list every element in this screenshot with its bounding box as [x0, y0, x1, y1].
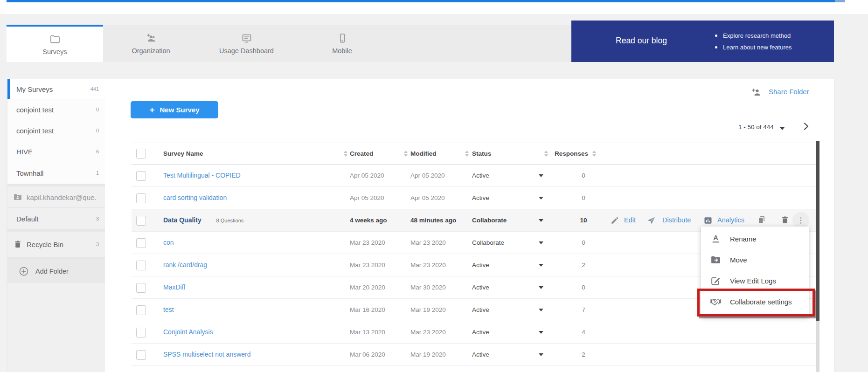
- status-dropdown-caret[interactable]: [539, 331, 543, 334]
- responses-cell: 2: [569, 344, 597, 365]
- promo-bullet-list: Explore research methodLearn about new f…: [715, 30, 792, 53]
- column-modified[interactable]: Modified: [410, 143, 437, 164]
- status-cell: Active: [472, 254, 489, 276]
- plus-icon: +: [149, 105, 154, 114]
- sidebar-item-default[interactable]: Default 3: [7, 208, 105, 229]
- pagination-dropdown-caret[interactable]: [780, 127, 785, 130]
- folder-label: Recycle Bin: [27, 241, 63, 248]
- survey-name-link[interactable]: Conjoint Analysis: [163, 321, 213, 343]
- survey-name-link[interactable]: test: [163, 299, 174, 321]
- add-folder-button[interactable]: Add Folder: [7, 260, 105, 283]
- distribute-plane-icon[interactable]: [646, 216, 656, 225]
- edit-pencil-icon[interactable]: [610, 216, 619, 225]
- tab-label: Usage Dashboard: [219, 47, 274, 55]
- tab-label: Surveys: [42, 48, 67, 55]
- status-dropdown-caret[interactable]: [539, 197, 543, 200]
- table-row[interactable]: Test Multilingual - COPIED Apr 05 2020 A…: [132, 165, 816, 187]
- scrollbar-thumb[interactable]: [816, 141, 819, 321]
- status-dropdown-caret[interactable]: [539, 241, 543, 244]
- sort-icon[interactable]: [465, 151, 470, 157]
- promo-title[interactable]: Read our blog: [571, 36, 711, 46]
- table-header: Survey Name Created Modified Status Resp…: [132, 143, 816, 165]
- responses-cell: 0: [569, 165, 597, 186]
- blog-promo-banner[interactable]: Read our blog Explore research methodLea…: [571, 21, 834, 62]
- analytics-chart-icon[interactable]: [703, 216, 713, 225]
- created-cell: Mar 13 2020: [350, 321, 385, 343]
- status-dropdown-caret[interactable]: [539, 264, 543, 267]
- created-cell: Apr 05 2020: [350, 187, 384, 209]
- table-row[interactable]: Conjoint Analysis Mar 13 2020 Mar 23 202…: [132, 321, 816, 344]
- column-responses[interactable]: Responses: [555, 143, 588, 164]
- sidebar-item-conjoint-test[interactable]: conjoint test 0: [7, 99, 105, 120]
- edit-button[interactable]: Edit: [624, 209, 636, 231]
- column-survey-name[interactable]: Survey Name: [163, 143, 203, 164]
- folder-count: 441: [90, 86, 99, 92]
- duplicate-icon[interactable]: [757, 215, 767, 225]
- modified-cell: Mar 19 2020: [410, 344, 446, 365]
- new-survey-button[interactable]: + New Survey: [131, 101, 218, 118]
- menu-item-label: Collaborate settings: [730, 291, 792, 312]
- folder-label: HIVE: [16, 148, 33, 156]
- column-status[interactable]: Status: [472, 143, 491, 164]
- sort-icon[interactable]: [404, 151, 409, 157]
- new-survey-label: New Survey: [160, 106, 200, 114]
- survey-name-link[interactable]: Test Multilingual - COPIED: [163, 165, 241, 186]
- sidebar-item-recycle-bin[interactable]: Recycle Bin 3: [7, 232, 105, 257]
- promo-bullet: Learn about new features: [715, 41, 792, 53]
- survey-name-link[interactable]: MaxDiff: [163, 276, 185, 298]
- row-checkbox[interactable]: [136, 305, 146, 315]
- status-dropdown-caret[interactable]: [539, 286, 543, 289]
- select-all-checkbox[interactable]: [136, 149, 146, 158]
- share-folder-label: Share Folder: [769, 88, 809, 96]
- surveys-dashboard-page: Surveys Organization Usage Dashboard Mob…: [0, 0, 868, 372]
- row-checkbox[interactable]: [136, 350, 146, 360]
- table-row[interactable]: card sorting validation Apr 05 2020 Apr …: [132, 187, 816, 209]
- modified-cell: Mar 23 2020: [410, 321, 446, 343]
- distribute-button[interactable]: Distribute: [662, 209, 691, 231]
- row-checkbox[interactable]: [136, 261, 146, 270]
- mobile-icon: [337, 33, 348, 44]
- sidebar-item-townhall[interactable]: Townhall 1: [7, 162, 105, 184]
- sidebar-item-hive[interactable]: HIVE 6: [7, 141, 105, 162]
- menu-item-collaborate-settings[interactable]: Collaborate settings: [701, 291, 809, 312]
- column-created[interactable]: Created: [350, 143, 373, 164]
- tab-mobile[interactable]: Mobile: [294, 25, 390, 62]
- responses-cell: 4: [569, 321, 597, 343]
- sidebar-item-conjoint-test[interactable]: conjoint test 0: [7, 120, 105, 141]
- survey-name-link[interactable]: SPSS multiselect not answerd: [163, 344, 251, 365]
- status-dropdown-caret[interactable]: [539, 174, 543, 177]
- row-checkbox[interactable]: [136, 328, 146, 338]
- created-cell: Mar 06 2020: [350, 344, 385, 365]
- modified-cell: Mar 30 2020: [410, 276, 446, 298]
- tab-label: Mobile: [332, 47, 352, 55]
- sidebar-item-my-surveys[interactable]: My Surveys 441: [7, 79, 105, 99]
- group-add-icon: [146, 33, 157, 44]
- delete-trash-icon[interactable]: [780, 215, 790, 225]
- row-checkbox[interactable]: [136, 238, 146, 248]
- survey-name-link[interactable]: con: [163, 232, 174, 254]
- status-cell: Active: [472, 321, 489, 343]
- sidebar-item-kapil-khandekar-que[interactable]: kapil.khandekar@que...: [7, 186, 105, 208]
- table-scrollbar[interactable]: [816, 141, 819, 372]
- created-cell: Mar 23 2020: [350, 232, 385, 254]
- tab-organization[interactable]: Organization: [103, 25, 199, 62]
- menu-item-rename[interactable]: A Rename: [701, 228, 809, 249]
- responses-cell: 0: [569, 187, 597, 209]
- menu-item-move[interactable]: Move: [701, 249, 809, 270]
- sort-icon[interactable]: [344, 151, 348, 157]
- table-row[interactable]: SPSS multiselect not answerd Mar 06 2020…: [132, 344, 816, 366]
- status-dropdown-caret[interactable]: [539, 353, 543, 356]
- row-checkbox[interactable]: [136, 193, 146, 203]
- survey-name-link[interactable]: card sorting validation: [163, 187, 227, 209]
- status-dropdown-caret[interactable]: [539, 309, 543, 311]
- sort-icon[interactable]: [544, 151, 549, 157]
- tab-surveys[interactable]: Surveys: [7, 25, 103, 62]
- next-page-button[interactable]: [801, 122, 811, 131]
- top-accent-bar: [7, 0, 835, 2]
- row-checkbox[interactable]: [136, 171, 146, 181]
- menu-item-view-edit-logs[interactable]: View Edit Logs: [701, 270, 809, 291]
- tab-usage-dashboard[interactable]: Usage Dashboard: [199, 25, 294, 62]
- row-checkbox[interactable]: [136, 283, 146, 293]
- sort-icon[interactable]: [592, 151, 597, 157]
- survey-name-link[interactable]: rank /card/drag: [163, 254, 207, 276]
